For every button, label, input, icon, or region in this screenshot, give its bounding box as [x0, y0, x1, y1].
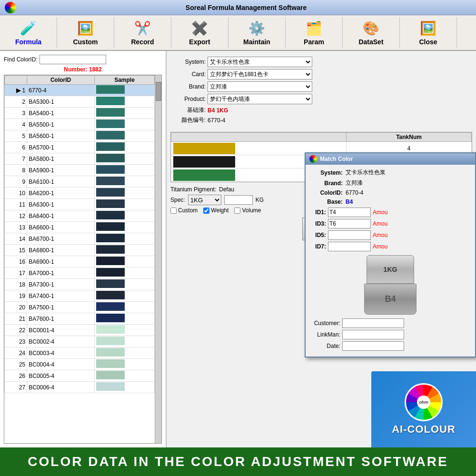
color-swatch — [96, 211, 125, 219]
toolbar-btn-param[interactable]: 🗂️ Param — [286, 17, 343, 48]
card-label: Card: — [172, 71, 206, 78]
row-colorid: BA7000-1 — [27, 268, 95, 279]
color-table-row[interactable]: 11 BA6300-1 — [5, 199, 155, 210]
modal-brand-label: Brand: — [309, 180, 343, 187]
export-icon: ✖️ — [190, 20, 209, 37]
color-table-row[interactable]: 19 BA7400-1 — [5, 290, 155, 302]
row-sample — [95, 370, 155, 382]
color-table-row[interactable]: 27 BC0006-4 — [5, 382, 155, 393]
id1-amount[interactable]: Amou — [373, 209, 387, 216]
product-select[interactable]: 梦幻千色内墙漆 — [208, 94, 312, 104]
color-swatch — [96, 108, 125, 117]
custom-checkbox[interactable] — [170, 208, 177, 214]
id5-amount[interactable]: Amou — [373, 232, 387, 238]
color-table-row[interactable]: 25 BC0004-4 — [5, 359, 155, 370]
kg-input[interactable] — [224, 195, 253, 205]
color-table-row[interactable]: 17 BA7000-1 — [5, 268, 155, 279]
linkman-row: LinkMan: — [309, 330, 471, 339]
color-table-row[interactable]: 23 BC0002-4 — [5, 336, 155, 347]
color-table-row[interactable]: 14 BA6700-1 — [5, 233, 155, 245]
weight-checkbox[interactable] — [203, 208, 209, 214]
color-table-row[interactable]: 7 BA5800-1 — [5, 153, 155, 165]
toolbar-btn-dataset[interactable]: 🎨 DataSet — [343, 17, 400, 48]
can-bottom: B4 — [364, 284, 416, 315]
color-table-row[interactable]: 8 BA5900-1 — [5, 165, 155, 176]
row-arrow-cell: 18 — [5, 279, 27, 290]
system-select[interactable]: 艾卡乐水性色浆 — [208, 57, 312, 67]
toolbar-record-label: Record — [131, 38, 154, 46]
color-table-row[interactable]: 21 BA7600-1 — [5, 313, 155, 325]
find-colorid-input[interactable] — [40, 55, 106, 64]
row-arrow-cell: 15 — [5, 245, 27, 256]
row-sample — [95, 268, 155, 279]
color-table-row[interactable]: 15 BA6800-1 — [5, 245, 155, 256]
toolbar-btn-formula[interactable]: 🧪 Formula — [0, 17, 57, 48]
row-sample — [95, 222, 155, 233]
row-arrow-cell: 21 — [5, 313, 27, 325]
scrollbar[interactable] — [155, 75, 161, 443]
id3-input[interactable] — [328, 219, 371, 228]
scrollbar-thumb[interactable] — [156, 82, 161, 101]
row-num: 1 — [22, 87, 26, 94]
id5-input[interactable] — [328, 230, 371, 240]
toolbar-btn-record[interactable]: ✂️ Record — [114, 17, 171, 48]
color-table-row[interactable]: 2 BA5300-1 — [5, 96, 155, 108]
color-swatch — [96, 325, 125, 334]
id7-input[interactable] — [328, 242, 371, 251]
customer-input[interactable] — [342, 318, 404, 328]
modal-system-row: System: 艾卡乐水性色浆 — [309, 169, 471, 177]
row-num: 19 — [19, 293, 25, 299]
color-table-row[interactable]: 16 BA6900-1 — [5, 256, 155, 268]
row-colorid: BA6800-1 — [27, 245, 95, 256]
color-table-row[interactable]: 18 BA7300-1 — [5, 279, 155, 290]
row-sample — [95, 210, 155, 222]
bottom-banner: COLOR DATA IN THE COLOR ADJUSTMENT SOFTW… — [0, 447, 476, 476]
row-arrow-cell: 9 — [5, 176, 27, 188]
color-table-row[interactable]: 3 BA5400-1 — [5, 108, 155, 119]
color-table-row[interactable]: 26 BC0005-4 — [5, 370, 155, 382]
color-table-row[interactable]: 12 BA6400-1 — [5, 210, 155, 222]
id3-amount[interactable]: Amou — [373, 220, 387, 227]
row-arrow: ▶ — [16, 87, 20, 94]
toolbar-btn-custom[interactable]: 🖼️ Custom — [57, 17, 114, 48]
volume-label: Volume — [242, 207, 261, 214]
color-table-row[interactable]: 22 BC0001-4 — [5, 325, 155, 336]
row-num: 25 — [19, 361, 25, 368]
card-select[interactable]: 立邦梦幻千色1881色卡 — [208, 69, 312, 79]
color-table-container: ColorID Sample ▶ 1 6770-4 2 — [4, 75, 162, 444]
color-table-row[interactable]: 5 BA5600-1 — [5, 130, 155, 142]
row-sample — [95, 165, 155, 176]
row-sample — [95, 85, 155, 96]
row-num: 10 — [19, 190, 25, 197]
row-arrow-cell: 26 — [5, 370, 27, 382]
row-colorid: BA6400-1 — [27, 210, 95, 222]
color-table-row[interactable]: 10 BA6200-1 — [5, 188, 155, 199]
color-table-row[interactable]: 13 BA6600-1 — [5, 222, 155, 233]
color-table-row[interactable]: 4 BA5500-1 — [5, 119, 155, 130]
id1-input[interactable] — [328, 208, 371, 217]
row-arrow-cell: 25 — [5, 359, 27, 370]
param-icon: 🗂️ — [305, 20, 324, 37]
color-table-row[interactable]: 9 BA6100-1 — [5, 176, 155, 188]
color-swatch — [96, 97, 125, 105]
modal-customer-section: Customer: LinkMan: Date: 2023-09-08 — [309, 318, 471, 351]
color-table-row[interactable]: 20 BA7500-1 — [5, 302, 155, 313]
info-form: System: 艾卡乐水性色浆 Card: 立邦梦幻千色1881色卡 Brand… — [170, 55, 472, 128]
colornum-row: 颜色编号: 6770-4 — [172, 116, 470, 124]
toolbar-btn-export[interactable]: ✖️ Export — [171, 17, 228, 48]
spec-select[interactable]: 1KG 2KG 5KG — [188, 195, 221, 205]
row-colorid: BA7400-1 — [27, 290, 95, 302]
date-input[interactable]: 2023-09-08 — [342, 341, 404, 351]
id7-amount[interactable]: Amou — [373, 243, 387, 250]
toolbar-btn-close[interactable]: 🖼️ Close — [400, 17, 457, 48]
color-table-row[interactable]: 24 BC0003-4 — [5, 347, 155, 359]
color-table-row[interactable]: 6 BA5700-1 — [5, 142, 155, 153]
row-arrow-cell: 16 — [5, 256, 27, 268]
brand-select[interactable]: 立邦漆 — [208, 81, 312, 92]
row-colorid: BA6900-1 — [27, 256, 95, 268]
toolbar-btn-maintain[interactable]: ⚙️ Maintain — [228, 17, 286, 48]
color-table-row[interactable]: ▶ 1 6770-4 — [5, 85, 155, 96]
volume-checkbox[interactable] — [234, 208, 240, 214]
row-arrow-cell: 13 — [5, 222, 27, 233]
linkman-input[interactable] — [342, 330, 404, 339]
